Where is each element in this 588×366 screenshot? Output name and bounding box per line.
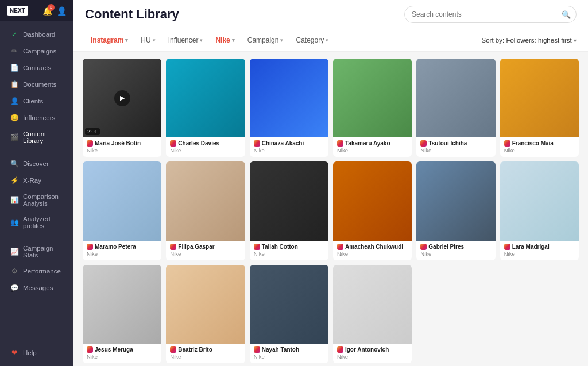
sidebar-item-performance[interactable]: ⚙ Performance [3,263,70,279]
chevron-down-icon: ▾ [326,37,328,43]
item-image [333,59,412,137]
item-info: Beatriz Brito Nike [166,344,245,363]
grid-item[interactable]: Maramo Petera Nike [83,161,161,260]
user-icon[interactable]: 👤 [57,6,67,16]
sidebar-nav: ✓ Dashboard ✏ Campaigns 📄 Contracts 📋 Do… [0,21,74,333]
sort-label: Sort by: Followers: highest first ▾ [482,37,577,44]
item-image [250,59,328,137]
grid-item[interactable]: Gabriel Pires Nike [416,161,495,260]
item-author: Filipa Gaspar [170,244,241,250]
sidebar-item-label: Help [23,349,37,356]
sidebar-item-xray[interactable]: ⚡ X-Ray [3,172,70,188]
grid-item[interactable]: Filipa Gaspar Nike [166,161,245,260]
notification-icon[interactable]: 🔔 3 [42,6,52,16]
sidebar-item-comparison[interactable]: 📊 Comparison Analysis [3,189,70,211]
instagram-icon [504,244,510,250]
grid-item[interactable]: Tallah Cotton Nike [250,161,328,260]
discover-icon: 🔍 [10,160,18,168]
filter-label: Instagram [91,36,123,44]
item-brand: Nike [87,147,157,153]
instagram-icon [170,244,176,250]
campaign-stats-icon: 📈 [10,248,18,256]
filter-category[interactable]: Category ▾ [290,34,334,47]
item-image [250,161,328,240]
item-image [166,59,245,137]
grid-item[interactable]: ▶ 2:01 Maria José Botín Nike [83,59,161,157]
grid-item[interactable]: Lara Madrigal Nike [500,161,579,260]
sidebar-item-label: Comparison Analysis [23,193,63,207]
instagram-icon [504,140,510,147]
item-author: Tallah Cotton [254,244,324,250]
sidebar-item-campaigns[interactable]: ✏ Campaigns [3,43,70,59]
item-brand: Nike [170,353,241,360]
item-info: Tallah Cotton Nike [250,241,328,260]
instagram-icon [87,346,93,353]
search-input[interactable] [404,6,577,23]
main-content: Content Library 🔍 Instagram ▾HU ▾Influen… [74,0,588,366]
sidebar-item-contracts[interactable]: 📄 Contracts [3,60,70,76]
sidebar-item-influencers[interactable]: 😊 Influencers [3,110,70,126]
filter-campaign[interactable]: Campaign ▾ [242,34,289,47]
page-header: Content Library 🔍 [74,0,588,29]
grid-item[interactable]: Nayah Tantoh Nike [250,265,328,363]
grid-item[interactable]: Beatriz Brito Nike [166,265,245,363]
sidebar-item-discover[interactable]: 🔍 Discover [3,156,70,172]
filter-instagram[interactable]: Instagram ▾ [85,34,134,47]
play-button[interactable]: ▶ [114,90,130,106]
clients-icon: 👤 [10,97,18,105]
item-image [500,161,579,240]
sidebar-item-label: Dashboard [23,31,55,38]
sidebar-item-analyzed[interactable]: 👥 Analyzed profiles [3,211,70,233]
chevron-down-icon: ▾ [280,37,283,43]
sidebar-item-label: Campaigns [23,48,56,55]
content-area: ▶ 2:01 Maria José Botín Nike Charles Dav… [74,52,588,366]
sidebar-item-label: Documents [23,81,56,88]
performance-icon: ⚙ [10,267,18,275]
instagram-icon [170,346,176,353]
item-author: Nayah Tantoh [254,346,324,353]
item-info: Lara Madrigal Nike [500,241,579,260]
filter-hu[interactable]: HU ▾ [135,34,161,47]
xray-icon: ⚡ [10,176,18,184]
item-author: Gabriel Pires [420,244,491,250]
grid-item[interactable]: Amacheah Chukwudi Nike [333,161,412,260]
grid-item[interactable]: Chinaza Akachi Nike [250,59,328,157]
sidebar-item-dashboard[interactable]: ✓ Dashboard [3,26,70,43]
sidebar-item-documents[interactable]: 📋 Documents [3,76,70,93]
chevron-down-icon: ▾ [125,37,128,43]
content-grid: ▶ 2:01 Maria José Botín Nike Charles Dav… [83,59,579,363]
item-brand: Nike [170,147,241,153]
item-brand: Nike [504,147,575,153]
grid-item[interactable]: Tsutoui Ichiha Nike [416,59,495,157]
filter-influencer[interactable]: Influencer ▾ [163,34,209,47]
sidebar-header: NEXT 🔔 3 👤 [0,0,74,21]
sidebar-item-messages[interactable]: 💬 Messages [3,280,70,296]
sidebar-footer: ❤ Help [0,333,74,366]
filter-nike[interactable]: Nike ▾ [210,34,240,47]
grid-item[interactable]: Jesus Meruga Nike [83,265,161,363]
dashboard-icon: ✓ [10,30,18,38]
filter-bar: Instagram ▾HU ▾Influencer ▾Nike ▾Campaig… [74,29,588,52]
influencers-icon: 😊 [10,114,18,122]
item-author: Maria José Botín [87,140,157,147]
documents-icon: 📋 [10,80,18,88]
item-image [500,59,579,137]
item-author: Beatriz Brito [170,346,241,353]
grid-item[interactable]: Francisco Maia Nike [500,59,579,157]
notification-badge: 3 [48,4,55,11]
item-author: Tsutoui Ichiha [420,140,491,147]
item-brand: Nike [87,353,157,360]
grid-item[interactable]: Charles Davies Nike [166,59,245,157]
sidebar-item-campaign-stats[interactable]: 📈 Campaign Stats [3,241,70,263]
chevron-down-icon: ▾ [200,37,203,43]
sidebar-item-content-library[interactable]: 🎬 Content Library [3,126,70,148]
sidebar-item-clients[interactable]: 👤 Clients [3,93,70,109]
instagram-icon [337,346,343,353]
grid-item[interactable]: Takamaru Ayako Nike [333,59,412,157]
item-brand: Nike [170,251,241,257]
item-info: Jesus Meruga Nike [83,344,161,363]
sidebar-item-help[interactable]: ❤ Help [3,345,70,361]
grid-item[interactable]: Igor Antonovich Nike [333,265,412,363]
instagram-icon [420,244,427,250]
instagram-icon [87,140,93,147]
